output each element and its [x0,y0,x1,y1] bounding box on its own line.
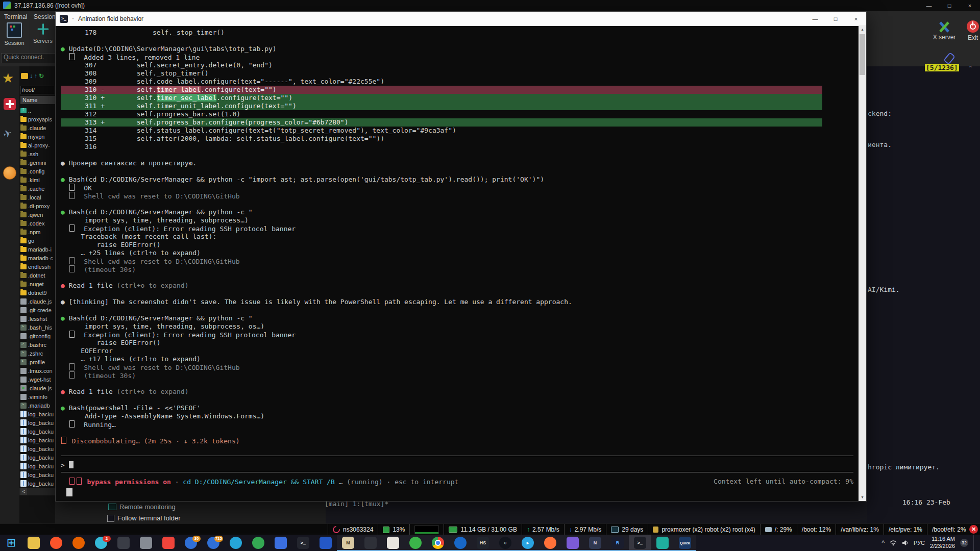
file-row[interactable]: proxyapis [20,115,55,123]
maximize-icon[interactable]: □ [825,12,846,26]
chrome-browser-taskbar-button[interactable] [427,535,449,551]
minimize-icon[interactable]: — [805,12,825,26]
file-row[interactable]: .codex [20,219,55,228]
firefox-browser-taskbar-button[interactable] [67,535,90,551]
file-row[interactable]: .git-crede [20,306,55,314]
menu-terminal[interactable]: Terminal [4,13,27,20]
file-row[interactable]: mariadb-c [20,254,55,262]
notification-badge[interactable]: 32 [960,539,968,547]
file-row[interactable]: .. [20,106,55,115]
file-row[interactable]: .tmux.con [20,366,55,375]
dark-app-2-taskbar-button[interactable] [359,535,382,551]
maximize-icon[interactable]: □ [939,0,960,11]
blue-compass-app-taskbar-button[interactable] [449,535,472,551]
green-app-taskbar-button[interactable] [247,535,270,551]
file-row[interactable]: .bash_his [20,323,55,332]
remote-app-2-taskbar-button[interactable]: 715 [202,535,225,551]
file-row[interactable]: log_backu [20,418,55,427]
remote-monitoring-checkbox[interactable]: Remote monitoring [108,503,176,511]
scroll-left-icon[interactable]: < [20,488,27,495]
purple-app-taskbar-button[interactable] [561,535,584,551]
green-sphere-app-taskbar-button[interactable] [404,535,427,551]
x-server-button[interactable]: X server [930,20,959,41]
current-path-field[interactable]: /root/ [20,86,55,94]
file-row[interactable]: .claude [20,123,55,132]
anydesk-taskbar-button[interactable] [157,535,180,551]
scroll-up-icon[interactable]: ▴ [859,26,866,33]
remote-app-1-taskbar-button[interactable]: 30 [180,535,202,551]
file-row[interactable]: .config [20,167,55,176]
file-row[interactable]: .profile [20,358,55,366]
r-app-taskbar-button[interactable]: R [606,535,629,551]
obs-studio-taskbar-button[interactable]: ○ [494,535,517,551]
file-list-header[interactable]: Name [20,96,55,104]
start-taskbar-button[interactable]: ⊞ [0,535,22,551]
file-row[interactable]: .viminfo [20,392,55,401]
terminal-content[interactable]: 178 self._stop_timer()● Update(D:\CODING… [56,26,866,501]
file-row[interactable]: log_backu [20,427,55,436]
file-panel-hscrollbar[interactable]: < [19,488,55,495]
n-app-taskbar-button[interactable]: N [584,535,606,551]
file-row[interactable]: log_backu [20,444,55,453]
dark-app-taskbar-button[interactable] [112,535,135,551]
tools-knife-icon[interactable] [4,98,16,110]
show-desktop-button[interactable] [973,535,976,551]
file-row[interactable]: mariadb-i [20,245,55,254]
console-app-taskbar-button[interactable]: >_ [292,535,314,551]
volume-icon[interactable] [902,540,909,546]
file-row[interactable]: .claude.js [20,297,55,306]
paper-plane-icon[interactable]: ✈ [1,127,13,141]
file-row[interactable]: .nuget [20,280,55,288]
scroll-down-icon[interactable]: ▾ [859,494,866,501]
telegram-taskbar-button[interactable]: ▸ [517,535,539,551]
mobaxterm-taskbar-button[interactable]: M [337,535,359,551]
file-row[interactable]: .mariadb [20,401,55,410]
quick-settings-app-taskbar-button[interactable]: Quick [674,535,696,551]
exit-button[interactable]: Exit [959,20,980,41]
qbittorrent-taskbar-button[interactable] [225,535,247,551]
follow-terminal-folder-checkbox[interactable]: Follow terminal folder [107,514,181,522]
favorites-star-icon[interactable]: ★ [2,70,14,86]
terminal-scrollbar[interactable]: ▴ ▾ [859,26,866,501]
file-row[interactable]: log_backu [20,479,55,488]
file-explorer-taskbar-button[interactable] [22,535,45,551]
brave-browser-taskbar-button[interactable] [45,535,67,551]
file-row[interactable]: log_backu [20,410,55,418]
tray-clock[interactable]: 11:16 AM 2/23/2026 [930,536,955,550]
file-row[interactable]: .gitconfig [20,332,55,340]
file-row[interactable]: .claude.js [20,384,55,392]
file-row[interactable]: myvpn [20,132,55,141]
file-row[interactable]: log_backu [20,470,55,479]
refresh-icon[interactable]: ↻ [39,72,44,80]
minimize-icon[interactable]: — [919,0,939,11]
file-row[interactable]: .gemini [20,158,55,167]
language-indicator[interactable]: РУС [914,540,925,546]
file-row[interactable]: .di-proxy [20,202,55,210]
blue-app-taskbar-button[interactable] [314,535,337,551]
servers-button[interactable]: Servers [29,22,57,44]
scrollbar-thumb[interactable] [860,34,865,75]
upload-icon[interactable]: ↑ [34,72,37,80]
file-row[interactable]: .cache [20,184,55,193]
edge-browser-taskbar-button[interactable]: 2 [90,535,112,551]
hs-app-taskbar-button[interactable]: HS [472,535,494,551]
file-row[interactable]: dotnet9 [20,288,55,297]
download-icon[interactable]: ↓ [30,72,33,80]
file-row[interactable]: .dotnet [20,271,55,280]
file-row[interactable]: log_backu [20,436,55,444]
gray-app-taskbar-button[interactable] [135,535,157,551]
file-row[interactable]: .kimi [20,176,55,184]
blue-grid-app-taskbar-button[interactable] [270,535,292,551]
globe-icon[interactable] [3,166,16,180]
paint-app-taskbar-button[interactable] [382,535,404,551]
file-row[interactable]: go [20,236,55,245]
folder-up-icon[interactable] [21,73,28,79]
file-row[interactable]: .npm [20,228,55,236]
teal-app-taskbar-button[interactable] [651,535,674,551]
file-row[interactable]: .zshrc [20,349,55,358]
file-row[interactable]: .qwen [20,210,55,219]
file-row[interactable]: .local [20,193,55,202]
terminal-titlebar[interactable]: >_ · Animation field behavior — □ × [56,12,866,26]
windows-terminal-taskbar-button[interactable]: >_ [629,535,651,551]
session-button[interactable]: Session [0,22,29,46]
